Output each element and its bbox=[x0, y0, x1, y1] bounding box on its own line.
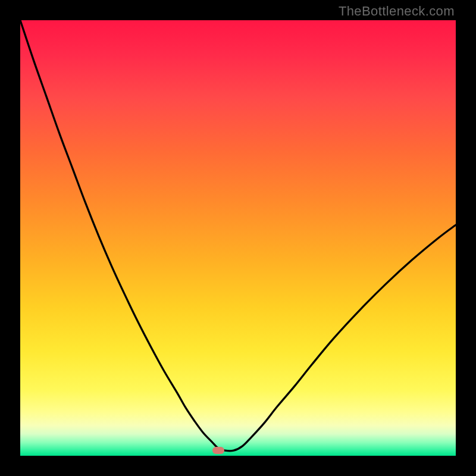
chart-frame: TheBottleneck.com bbox=[0, 0, 476, 476]
optimum-marker bbox=[212, 447, 224, 454]
bottleneck-curve bbox=[20, 20, 456, 456]
chart-plot-area bbox=[20, 20, 456, 456]
watermark-text: TheBottleneck.com bbox=[339, 4, 455, 19]
